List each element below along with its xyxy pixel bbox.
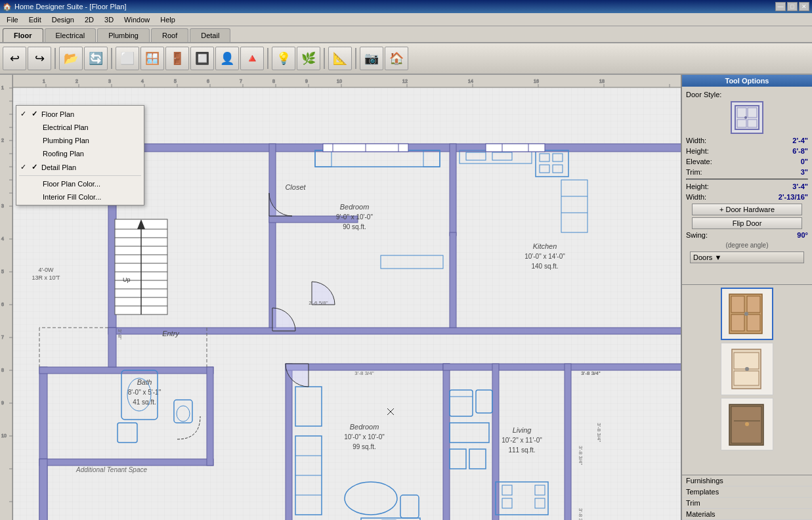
width2-label: Width: [686, 193, 706, 201]
menu-edit[interactable]: Edit [24, 14, 47, 25]
door-button[interactable]: 🚪 [165, 47, 189, 70]
width-row: Width: 2'-4" [686, 137, 808, 144]
menu-help[interactable]: Help [155, 14, 181, 25]
door-style-preview[interactable] [731, 101, 763, 134]
door-thumb-1[interactable] [721, 288, 773, 340]
camera-button[interactable]: 📷 [360, 47, 383, 70]
app-icon: 🏠 [3, 3, 12, 11]
tab-electrical[interactable]: Electrical [45, 28, 96, 42]
svg-point-185 [744, 312, 748, 316]
detail-plan-label: Detail Plan [41, 163, 76, 171]
room-sqft-kitchen: 140 sq.ft. [531, 263, 558, 270]
templates-label: Templates [686, 488, 719, 496]
dropdown-detail-plan[interactable]: ✓ Detail Plan [16, 160, 144, 174]
svg-rect-76 [286, 364, 292, 520]
height-value: 6'-8" [792, 147, 808, 155]
svg-text:8: 8 [1, 368, 4, 372]
menu-3d[interactable]: 3D [99, 14, 119, 25]
svg-text:9: 9 [1, 401, 4, 405]
right-panel-bottom: Furnishings Templates Trim Materials [682, 475, 812, 520]
svg-text:10: 10 [1, 433, 7, 438]
electrical-plan-label: Electrical Plan [43, 123, 89, 131]
materials-label: Materials [686, 510, 716, 518]
roofing-plan-label: Roofing Plan [43, 150, 84, 158]
close-button[interactable]: ✕ [799, 2, 809, 11]
dropdown-sep-1 [19, 175, 141, 176]
tab-floor[interactable]: Floor [3, 28, 43, 42]
tab-plumbing[interactable]: Plumbing [97, 28, 150, 42]
height-row: Height: 6'-8" [686, 147, 808, 155]
svg-text:3: 3 [108, 79, 111, 83]
render-button[interactable]: 🏠 [385, 47, 408, 70]
menu-window[interactable]: Window [119, 14, 155, 25]
door-thumb-2[interactable] [721, 343, 773, 395]
room-label-living: Living [513, 426, 532, 434]
room-sqft-bedroom1: 90 sq.ft. [343, 223, 366, 230]
svg-rect-183 [731, 314, 744, 331]
refresh-button[interactable]: 🔄 [84, 47, 108, 70]
menu-file[interactable]: File [1, 14, 24, 25]
minimize-button[interactable]: — [775, 2, 786, 11]
width-label: Width: [686, 137, 706, 144]
trim-row: Trim: 3" [686, 168, 808, 176]
stair-button[interactable]: 🔲 [190, 47, 214, 70]
dropdown-menu[interactable]: ✓ Floor Plan Electrical Plan Plumbing Pl… [16, 105, 144, 206]
menu-2d[interactable]: 2D [79, 14, 99, 25]
svg-point-179 [744, 116, 747, 119]
left-ruler: 1 2 3 4 5 6 7 8 9 10 [0, 75, 13, 520]
svg-text:Up: Up [123, 276, 131, 283]
svg-text:6: 6 [1, 302, 4, 307]
elevate-row: Elevate: 0" [686, 158, 808, 165]
door-hardware-button[interactable]: + Door Hardware [692, 204, 801, 215]
svg-text:12: 12 [402, 79, 408, 83]
figure-button[interactable]: 👤 [215, 47, 239, 70]
menu-design[interactable]: Design [47, 14, 79, 25]
roof-button[interactable]: 🔺 [240, 47, 264, 70]
svg-rect-77 [286, 364, 450, 370]
toolbar-sep-3 [267, 48, 268, 69]
flip-door-button[interactable]: Flip Door [692, 217, 801, 229]
door-thumb-3[interactable] [721, 398, 773, 450]
svg-text:1: 1 [1, 85, 4, 90]
svg-point-193 [745, 422, 749, 426]
svg-rect-84 [108, 328, 116, 367]
svg-rect-184 [747, 314, 760, 331]
door-thumbnails[interactable] [682, 284, 812, 475]
light-button[interactable]: 💡 [272, 47, 295, 70]
svg-text:4'-0W: 4'-0W [38, 267, 54, 273]
dropdown-floor-plan-color[interactable]: Floor Plan Color... [16, 177, 144, 190]
dropdown-electrical-plan[interactable]: Electrical Plan [16, 121, 144, 134]
top-ruler: 1 2 3 4 5 6 7 8 9 10 12 14 16 18 [13, 75, 681, 88]
measure-button[interactable]: 📐 [328, 47, 352, 70]
canvas-area[interactable]: 1 2 3 4 5 6 7 8 9 10 12 14 16 18 [13, 75, 681, 520]
svg-rect-83 [39, 459, 47, 520]
doors-dropdown[interactable]: Doors ▼ [690, 251, 804, 263]
svg-rect-31 [13, 75, 681, 88]
tab-detail[interactable]: Detail [190, 28, 230, 42]
furnishings-tab[interactable]: Furnishings [682, 475, 812, 487]
swing-value: 90° [797, 231, 808, 239]
window-button[interactable]: 🪟 [140, 47, 164, 70]
dropdown-roofing-plan[interactable]: Roofing Plan [16, 147, 144, 160]
dropdown-floor-plan[interactable]: ✓ Floor Plan [16, 107, 144, 121]
wall-button[interactable]: ⬜ [116, 47, 139, 70]
dropdown-interior-fill-color[interactable]: Interior Fill Color... [16, 190, 144, 204]
dim-right-panel: 3'-8 3/4" [596, 423, 602, 442]
open-button[interactable]: 📂 [59, 47, 83, 70]
plant-button[interactable]: 🌿 [297, 47, 320, 70]
dim-closet-door: 2'-6 5/8" [309, 300, 328, 306]
dropdown-plumbing-plan[interactable]: Plumbing Plan [16, 134, 144, 147]
svg-rect-177 [748, 108, 757, 118]
undo-button[interactable]: ↩ [3, 47, 26, 70]
maximize-button[interactable]: □ [787, 2, 798, 11]
svg-rect-178 [748, 119, 757, 127]
redo-button[interactable]: ↪ [28, 47, 51, 70]
main-area: 1 2 3 4 5 6 7 8 9 10 [0, 75, 812, 520]
materials-tab[interactable]: Materials [682, 509, 812, 520]
svg-text:6: 6 [207, 79, 209, 83]
templates-tab[interactable]: Templates [682, 487, 812, 498]
floor-plan-label: Floor Plan [41, 110, 74, 118]
trim-label: Trim [686, 499, 700, 507]
tab-roof[interactable]: Roof [151, 28, 188, 42]
trim-tab[interactable]: Trim [682, 498, 812, 509]
